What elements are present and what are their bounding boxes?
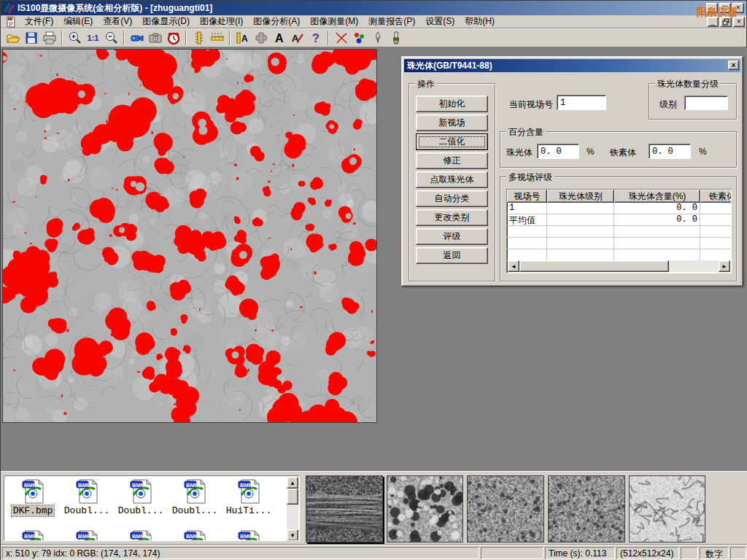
dialog-title-bar[interactable]: 珠光体(GB/T9441-88)	[404, 59, 740, 72]
menu-item-6[interactable]: 图像分析(A)	[248, 15, 305, 28]
op-button-4[interactable]: 修正	[416, 152, 488, 169]
thumbnail-4[interactable]	[548, 475, 625, 542]
toolbar-brush-button[interactable]	[387, 29, 405, 46]
file-item-3[interactable]: Doubl...	[114, 479, 168, 516]
menu-item-9[interactable]: 设置(S)	[420, 15, 460, 28]
toolbar-grid-tool-button[interactable]	[252, 29, 270, 46]
scroll-down-button[interactable]: ▼	[287, 529, 298, 541]
toolbar-save-button[interactable]	[22, 29, 40, 46]
text-edit-icon	[290, 31, 305, 45]
menu-item-3[interactable]: 查看(V)	[98, 15, 137, 28]
toolbar-print-button[interactable]	[40, 29, 58, 46]
table-row[interactable]: 10. 0	[507, 203, 731, 214]
mdi-minimize-button[interactable]: _	[707, 17, 719, 27]
percent-group: 百分含量 珠光体 % 铁素体 %	[500, 131, 737, 168]
op-button-5[interactable]: 点取珠光体	[416, 171, 488, 188]
file-item-partial[interactable]	[114, 530, 168, 541]
op-button-3[interactable]: 二值化	[416, 133, 488, 150]
table-row[interactable]	[507, 238, 731, 249]
toolbar-camera-button[interactable]	[146, 29, 164, 46]
dialog-close-button[interactable]: ×	[728, 61, 739, 70]
minimize-button[interactable]: _	[706, 3, 718, 13]
op-button-2[interactable]: 新视场	[416, 114, 488, 131]
toolbar-pen-button[interactable]	[368, 29, 387, 46]
pearlite-percent-sign: %	[587, 147, 595, 157]
column-header-3[interactable]: 珠光体含量(%)	[614, 190, 700, 203]
menu-item-1[interactable]: 文件(F)	[20, 15, 58, 28]
op-button-1[interactable]: 初始化	[416, 96, 488, 112]
scroll-up-button[interactable]: ▲	[287, 477, 298, 489]
current-view-input[interactable]	[557, 95, 606, 110]
column-header-2[interactable]: 珠光体级别	[547, 190, 614, 203]
thumbnail-3[interactable]	[467, 475, 544, 542]
file-item-partial[interactable]	[6, 530, 60, 541]
close-button[interactable]: ×	[732, 3, 744, 13]
file-item-2[interactable]: Doubl...	[60, 479, 114, 516]
op-button-6[interactable]: 自动分类	[416, 190, 488, 207]
grade-input[interactable]	[684, 96, 728, 110]
menu-item-7[interactable]: 图像测量(M)	[305, 15, 363, 28]
file-item-partial[interactable]	[168, 530, 222, 541]
file-item-partial[interactable]	[222, 530, 276, 541]
caliper-icon	[192, 31, 206, 45]
file-name: Doubl...	[117, 505, 165, 516]
thumbnail-2[interactable]	[387, 475, 464, 542]
maximize-button[interactable]: □	[719, 3, 731, 13]
menu-item-10[interactable]: 帮助(H)	[460, 15, 500, 28]
menu-item-4[interactable]: 图像显示(D)	[137, 15, 195, 28]
scroll-left-button[interactable]: ◄	[508, 260, 519, 272]
file-item-1[interactable]: DKF.bmp	[6, 479, 60, 516]
toolbar-ruler-button[interactable]	[208, 29, 226, 46]
toolbar-actual-size-button[interactable]: 1:1	[84, 29, 102, 46]
scroll-thumb[interactable]	[519, 260, 669, 272]
toolbar-zoom-out-button[interactable]	[102, 29, 120, 46]
toolbar-clock-button[interactable]	[164, 29, 182, 46]
scroll-thumb[interactable]	[287, 489, 298, 505]
table-body: 10. 0平均值0. 0	[507, 203, 731, 261]
op-button-7[interactable]: 更改类别	[416, 209, 488, 226]
save-icon	[24, 31, 39, 45]
file-name: HuiTi...	[225, 505, 273, 516]
column-header-1[interactable]: 视场号	[507, 190, 547, 203]
file-item-5[interactable]: HuiTi...	[222, 479, 276, 516]
toolbar-markers-button[interactable]	[350, 29, 368, 46]
micrograph-image[interactable]	[2, 49, 377, 423]
toolbar-text-button[interactable]	[270, 29, 288, 46]
pearlite-percent-input[interactable]	[537, 144, 579, 159]
bmp-file-icon	[237, 530, 260, 541]
table-row[interactable]	[507, 226, 731, 238]
scroll-right-button[interactable]: ►	[719, 260, 730, 272]
status-mode: 数字	[700, 547, 729, 559]
toolbar-measure-text-button[interactable]	[233, 29, 252, 46]
clock-icon	[166, 31, 181, 45]
table-row[interactable]	[507, 249, 731, 261]
file-item-4[interactable]: Doubl...	[168, 479, 222, 516]
op-button-9[interactable]: 返回	[416, 247, 488, 264]
status-empty-2	[681, 547, 698, 559]
ferrite-percent-input[interactable]	[649, 144, 691, 159]
menu-item-8[interactable]: 测量报告(P)	[363, 15, 420, 28]
open-icon	[6, 31, 20, 45]
file-item-partial[interactable]	[60, 530, 114, 541]
op-button-8[interactable]: 评级	[416, 228, 488, 245]
toolbar-text-edit-button[interactable]	[288, 29, 306, 46]
toolbar-open-button[interactable]	[4, 29, 22, 46]
table-cell	[614, 238, 700, 249]
current-view-label: 当前视场号	[509, 98, 553, 111]
mdi-close-button[interactable]: ×	[733, 17, 745, 27]
toolbar-separator	[123, 31, 125, 45]
column-header-4[interactable]: 铁素体	[700, 190, 732, 203]
toolbar-video-camera-button[interactable]	[128, 29, 146, 46]
toolbar-curve-cut-button[interactable]	[332, 29, 350, 46]
thumbnail-5[interactable]	[629, 475, 706, 542]
mdi-restore-button[interactable]	[720, 17, 732, 27]
toolbar-caliper-button[interactable]	[190, 29, 208, 46]
thumbnail-1[interactable]	[306, 475, 383, 542]
menu-item-5[interactable]: 图像处理(I)	[195, 15, 248, 28]
toolbar-zoom-in-button[interactable]	[66, 29, 84, 46]
menu-item-2[interactable]: 编辑(E)	[58, 15, 98, 28]
table-cell	[547, 226, 614, 238]
toolbar-help-button[interactable]	[306, 29, 325, 46]
status-empty-3	[730, 547, 746, 559]
table-row[interactable]: 平均值0. 0	[507, 214, 731, 226]
